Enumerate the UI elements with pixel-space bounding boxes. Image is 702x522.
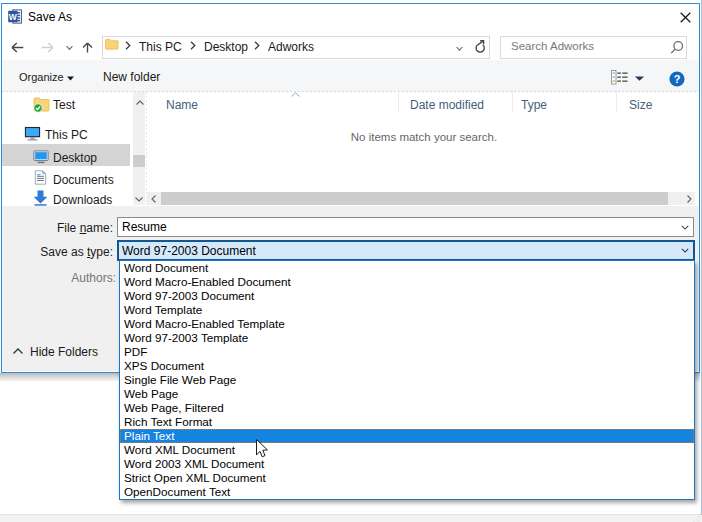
svg-text:W: W xyxy=(9,12,18,22)
svg-text:?: ? xyxy=(674,73,681,85)
